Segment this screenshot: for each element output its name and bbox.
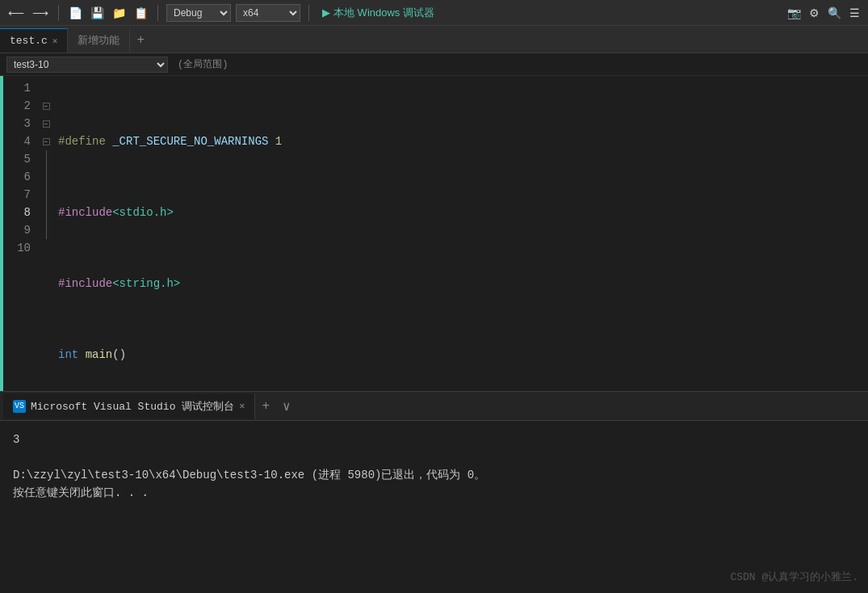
define-macro-name: _CRT_SECURE_NO_WARNINGS	[112, 132, 268, 150]
fold-10	[40, 239, 52, 257]
terminal-add-btn[interactable]: +	[255, 399, 276, 414]
define-value: 1	[275, 132, 282, 150]
main-parens: ()	[112, 346, 126, 364]
terminal-output-number: 3	[13, 431, 855, 448]
tab-new-feature[interactable]: 新增功能	[68, 28, 130, 53]
tab-test-c-label: test.c	[10, 35, 48, 47]
define-kw: #define	[58, 132, 106, 150]
toolbar: ⟵ ⟶ 📄 💾 📁 📋 Debug x64 ▶ 本地 Windows 调试器 📷…	[0, 0, 868, 26]
watermark-text: CSDN @认真学习的小雅兰.	[730, 571, 858, 583]
include-header-1: <stdio.h>	[112, 204, 174, 221]
line-num-1: 1	[0, 79, 31, 97]
tab-new-feature-label: 新增功能	[78, 33, 120, 48]
terminal-more-btn[interactable]: ∨	[276, 398, 297, 414]
platform-dropdown[interactable]: x64	[236, 4, 300, 22]
terminal-output-path: D:\zzyl\zyl\test3-10\x64\Debug\test3-10.…	[13, 466, 855, 484]
line-num-10: 10	[0, 239, 31, 257]
settings-icon-btn[interactable]: ⚙	[807, 5, 821, 21]
tab-test-c-close[interactable]: ✕	[52, 36, 58, 46]
editor-area: 1 2 3 4 5 6 7 8 9 10 − − −	[0, 76, 868, 391]
line-num-9: 9	[0, 221, 31, 239]
watermark: CSDN @认真学习的小雅兰.	[730, 569, 858, 587]
line-num-7: 7	[0, 186, 31, 204]
terminal-empty-line	[13, 448, 855, 466]
code-line-2: #include <stdio.h>	[58, 204, 862, 221]
fold-2[interactable]: −	[40, 97, 52, 115]
line-num-3: 3	[0, 115, 31, 132]
include-kw-1: #include	[58, 204, 112, 221]
tab-new-btn[interactable]: +	[130, 28, 151, 53]
line-num-8: 8	[0, 204, 31, 221]
include-header-2: <string.h>	[112, 275, 180, 292]
toolbar-sep-3	[308, 5, 309, 21]
main-fn: main	[86, 346, 113, 364]
terminal-panel: VS Microsoft Visual Studio 调试控制台 ✕ + ∨ 3…	[0, 391, 868, 593]
fold-4[interactable]: −	[40, 132, 52, 150]
code-line-4: int main ()	[58, 346, 862, 364]
fold-7	[40, 186, 52, 204]
run-icon: ▶	[322, 6, 330, 19]
line-num-4: 4	[0, 132, 31, 150]
new-file-btn[interactable]: 📄	[67, 5, 84, 21]
open-folder-btn[interactable]: 📁	[111, 5, 128, 21]
terminal-tab-vs[interactable]: VS Microsoft Visual Studio 调试控制台 ✕	[3, 393, 255, 419]
code-line-1: #define _CRT_SECURE_NO_WARNINGS 1	[58, 132, 862, 150]
fold-1	[40, 79, 52, 97]
fold-5	[40, 150, 52, 168]
fold-8	[40, 204, 52, 221]
fold-9	[40, 221, 52, 239]
terminal-tab-close[interactable]: ✕	[239, 400, 245, 412]
breadcrumb-bar: test3-10 (全局范围)	[0, 53, 868, 76]
code-editor[interactable]: #define _CRT_SECURE_NO_WARNINGS 1 #inclu…	[52, 76, 868, 391]
terminal-content: 3 D:\zzyl\zyl\test3-10\x64\Debug\test3-1…	[0, 421, 868, 593]
line-num-6: 6	[0, 168, 31, 186]
search-icon-btn[interactable]: 🔍	[826, 5, 843, 21]
terminal-output-prompt: 按任意键关闭此窗口. . .	[13, 484, 855, 502]
view-icon-btn[interactable]: ☰	[848, 5, 862, 21]
int-kw: int	[58, 346, 78, 364]
main-window: ⟵ ⟶ 📄 💾 📁 📋 Debug x64 ▶ 本地 Windows 调试器 📷…	[0, 0, 868, 593]
fold-3[interactable]: −	[40, 115, 52, 132]
line-num-5: 5	[0, 150, 31, 168]
code-line-3: #include <string.h>	[58, 275, 862, 292]
terminal-tab-bar: VS Microsoft Visual Studio 调试控制台 ✕ + ∨	[0, 392, 868, 421]
breadcrumb-scope: (全局范围)	[178, 57, 228, 71]
extra-btn[interactable]: 📋	[132, 5, 149, 21]
line-num-2: 2	[0, 97, 31, 115]
camera-icon-btn[interactable]: 📷	[786, 5, 803, 21]
toolbar-sep-1	[58, 5, 59, 21]
include-kw-2: #include	[58, 275, 112, 292]
nav-forward-btn[interactable]: ⟶	[31, 5, 50, 21]
terminal-tab-label: Microsoft Visual Studio 调试控制台	[31, 399, 234, 414]
debug-config-dropdown[interactable]: Debug	[166, 4, 231, 22]
breadcrumb-selector[interactable]: test3-10	[6, 57, 168, 73]
fold-6	[40, 168, 52, 186]
line-numbers: 1 2 3 4 5 6 7 8 9 10	[0, 76, 40, 391]
nav-back-btn[interactable]: ⟵	[6, 5, 26, 21]
save-btn[interactable]: 💾	[89, 5, 106, 21]
tab-test-c[interactable]: test.c ✕	[0, 28, 68, 53]
toolbar-right-icons: 📷 ⚙ 🔍 ☰	[786, 5, 862, 21]
fold-column: − − −	[40, 76, 52, 391]
run-button[interactable]: ▶ 本地 Windows 调试器	[317, 4, 439, 22]
toolbar-sep-2	[157, 5, 158, 21]
tab-bar: test.c ✕ 新增功能 +	[0, 26, 868, 53]
change-indicator-bar	[0, 76, 3, 391]
run-label: 本地 Windows 调试器	[333, 6, 434, 20]
vs-icon: VS	[13, 400, 26, 413]
